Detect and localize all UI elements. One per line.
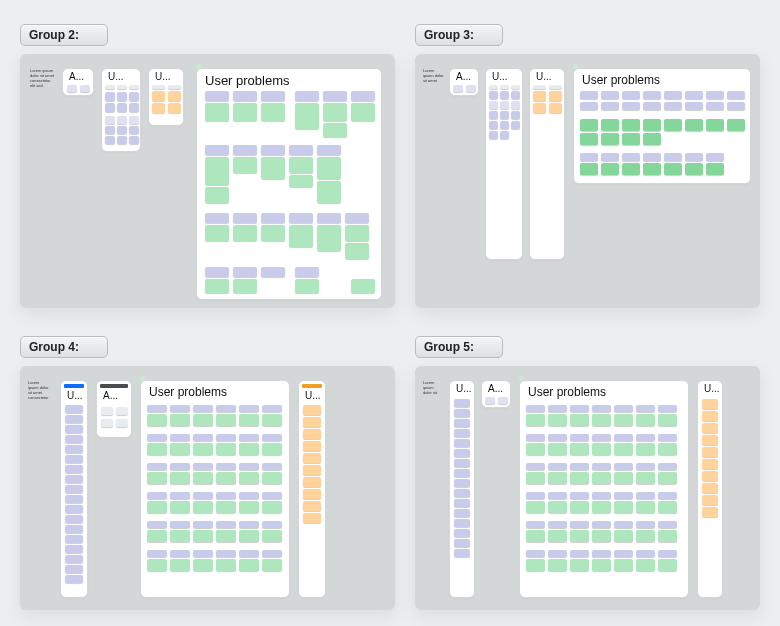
sticky[interactable]	[117, 92, 127, 101]
sticky[interactable]	[454, 429, 470, 437]
sticky[interactable]	[454, 409, 470, 417]
sticky[interactable]	[303, 405, 321, 415]
sticky[interactable]	[570, 550, 589, 557]
sticky[interactable]	[658, 550, 677, 557]
sticky[interactable]	[580, 102, 598, 110]
sticky[interactable]	[65, 515, 83, 523]
sticky[interactable]	[601, 91, 619, 99]
sticky[interactable]	[193, 521, 213, 528]
sticky[interactable]	[65, 475, 83, 483]
sticky[interactable]	[105, 126, 115, 134]
sticky[interactable]	[262, 414, 282, 426]
sticky[interactable]	[65, 525, 83, 533]
sticky[interactable]	[170, 463, 190, 470]
sticky[interactable]	[152, 91, 165, 101]
sticky[interactable]	[147, 530, 167, 542]
sticky[interactable]	[601, 102, 619, 110]
sticky[interactable]	[511, 101, 520, 109]
sticky[interactable]	[147, 405, 167, 412]
sticky[interactable]	[216, 492, 236, 499]
sticky[interactable]	[592, 521, 611, 528]
sticky[interactable]	[664, 102, 682, 110]
sticky[interactable]	[622, 102, 640, 110]
sticky[interactable]	[592, 550, 611, 557]
sticky[interactable]	[592, 463, 611, 470]
sticky[interactable]	[526, 501, 545, 513]
sticky[interactable]	[570, 559, 589, 571]
sticky[interactable]	[233, 225, 257, 241]
sticky[interactable]	[548, 550, 567, 557]
sticky[interactable]	[570, 434, 589, 441]
sticky[interactable]	[216, 414, 236, 426]
group-3-canvas[interactable]: Lorem ipsum dolor sit amet A... U...	[415, 54, 760, 308]
sticky[interactable]	[526, 521, 545, 528]
sticky[interactable]	[147, 559, 167, 571]
sticky[interactable]	[511, 111, 520, 119]
sticky[interactable]	[685, 163, 703, 175]
sticky[interactable]	[170, 405, 190, 412]
sticky[interactable]	[168, 91, 181, 101]
sticky[interactable]	[526, 463, 545, 470]
sticky[interactable]	[549, 85, 562, 89]
frame-user-problems[interactable]: User problems	[196, 68, 382, 300]
sticky[interactable]	[105, 103, 115, 112]
sticky[interactable]	[239, 492, 259, 499]
sticky[interactable]	[261, 103, 285, 121]
sticky[interactable]	[129, 92, 139, 101]
sticky[interactable]	[592, 501, 611, 513]
sticky[interactable]	[233, 213, 257, 223]
sticky[interactable]	[117, 103, 127, 112]
sticky[interactable]	[323, 91, 347, 101]
frame-u-1[interactable]: U...	[101, 68, 141, 152]
sticky[interactable]	[549, 103, 562, 113]
sticky[interactable]	[170, 434, 190, 441]
sticky[interactable]	[262, 492, 282, 499]
sticky[interactable]	[295, 279, 319, 293]
sticky[interactable]	[193, 530, 213, 542]
sticky[interactable]	[570, 501, 589, 513]
sticky[interactable]	[345, 213, 369, 223]
frame-a[interactable]: A...	[62, 68, 94, 96]
frame-u-blue[interactable]: U...	[60, 380, 88, 598]
sticky[interactable]	[261, 91, 285, 101]
sticky[interactable]	[147, 501, 167, 513]
sticky[interactable]	[526, 550, 545, 557]
sticky[interactable]	[636, 405, 655, 412]
sticky[interactable]	[193, 559, 213, 571]
sticky[interactable]	[205, 91, 229, 101]
sticky[interactable]	[489, 85, 498, 89]
sticky[interactable]	[65, 435, 83, 443]
sticky[interactable]	[453, 85, 463, 92]
sticky[interactable]	[262, 521, 282, 528]
sticky[interactable]	[323, 123, 347, 137]
sticky[interactable]	[262, 463, 282, 470]
sticky[interactable]	[262, 530, 282, 542]
sticky[interactable]	[489, 121, 498, 129]
sticky[interactable]	[303, 453, 321, 463]
sticky[interactable]	[454, 539, 470, 547]
sticky[interactable]	[658, 501, 677, 513]
sticky[interactable]	[65, 555, 83, 563]
sticky[interactable]	[702, 495, 718, 505]
sticky[interactable]	[702, 471, 718, 481]
sticky[interactable]	[295, 267, 319, 277]
sticky[interactable]	[317, 181, 341, 203]
sticky[interactable]	[216, 530, 236, 542]
sticky[interactable]	[643, 163, 661, 175]
frame-a-grey[interactable]: A...	[96, 380, 132, 438]
sticky[interactable]	[526, 492, 545, 499]
sticky[interactable]	[548, 530, 567, 542]
sticky[interactable]	[526, 472, 545, 484]
sticky[interactable]	[152, 103, 165, 113]
sticky[interactable]	[147, 463, 167, 470]
sticky[interactable]	[117, 116, 127, 124]
sticky[interactable]	[658, 443, 677, 455]
sticky[interactable]	[664, 91, 682, 99]
sticky[interactable]	[323, 103, 347, 121]
sticky[interactable]	[592, 492, 611, 499]
sticky[interactable]	[129, 85, 139, 89]
sticky[interactable]	[454, 449, 470, 457]
sticky[interactable]	[570, 405, 589, 412]
frame-user-problems[interactable]: User problems	[573, 68, 751, 184]
sticky[interactable]	[489, 91, 498, 99]
